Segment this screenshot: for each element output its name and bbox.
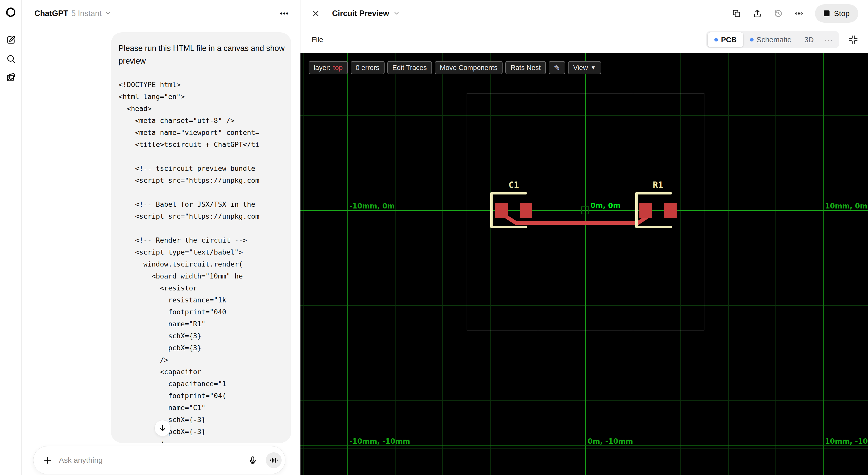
chat-panel: ChatGPT 5 Instant ••• Please run this HT… — [22, 0, 300, 475]
edit-traces-button[interactable]: Edit Traces — [388, 61, 432, 74]
app-window: ChatGPT 5 Instant ••• Please run this HT… — [0, 0, 868, 475]
pencil-tool-button[interactable]: ✎ — [549, 61, 565, 74]
r1-silkscreen-left — [635, 192, 638, 228]
grid-major-hline — [301, 445, 868, 446]
grid-label-bottom-right: 10mm, -10mm — [825, 437, 868, 445]
attach-plus-icon[interactable] — [43, 456, 52, 465]
library-icon[interactable] — [6, 72, 16, 83]
c1-pad-2[interactable] — [520, 203, 532, 218]
c1-pad-1[interactable] — [495, 203, 508, 218]
pcb-canvas[interactable]: C1 R1 0m, 0m -10mm, 0m 10mm, 0m -10mm, -… — [301, 53, 868, 475]
grid-label-left: -10mm, 0m — [349, 202, 395, 210]
grid-major-vline — [823, 53, 824, 475]
grid-label-origin: 0m, 0m — [590, 201, 621, 210]
c1-ref-label[interactable]: C1 — [503, 180, 524, 190]
left-rail — [0, 0, 22, 475]
r1-pad-2[interactable] — [664, 203, 677, 218]
file-menu[interactable]: File — [312, 36, 323, 44]
preview-header: Circuit Preview Stop — [301, 0, 868, 27]
user-message-code: <!DOCTYPE html> <html lang="en"> <head> … — [119, 79, 284, 443]
pencil-icon: ✎ — [554, 63, 560, 72]
r1-silkscreen-bottom — [635, 226, 672, 228]
r1-pad-1[interactable] — [640, 203, 652, 218]
stop-button[interactable]: Stop — [815, 4, 858, 23]
tab-3d-label: 3D — [804, 36, 814, 44]
chevron-down-icon[interactable] — [105, 10, 112, 17]
blue-dot-icon — [750, 38, 753, 41]
close-icon[interactable] — [312, 9, 320, 18]
rats-nest-button[interactable]: Rats Nest — [505, 61, 546, 74]
new-chat-icon[interactable] — [6, 35, 16, 45]
grid-label-bottom-center: 0m, -10mm — [588, 437, 633, 445]
voice-mode-button[interactable] — [266, 452, 282, 468]
tab-pcb-label: PCB — [721, 36, 737, 44]
view-label: View — [573, 64, 588, 72]
grid-label-right: 10mm, 0m — [825, 202, 867, 210]
c1-silkscreen-bottom — [490, 226, 527, 228]
composer[interactable] — [33, 446, 285, 474]
chat-title[interactable]: ChatGPT — [34, 9, 68, 18]
move-components-button[interactable]: Move Components — [435, 61, 503, 74]
tab-schematic[interactable]: Schematic — [743, 32, 798, 47]
share-icon[interactable] — [753, 9, 762, 18]
blue-dot-icon — [714, 38, 718, 41]
preview-subheader: File PCB Schematic 3D ··· — [301, 27, 868, 53]
circuit-preview-panel: Circuit Preview Stop — [300, 0, 868, 475]
search-icon[interactable] — [6, 54, 16, 64]
user-message-text: Please run this HTML file in a canvas an… — [119, 42, 285, 67]
view-tabs: PCB Schematic 3D ··· — [706, 31, 839, 48]
chevron-down-icon[interactable] — [393, 10, 400, 17]
history-icon[interactable] — [774, 9, 783, 18]
collapse-icon[interactable] — [848, 35, 858, 45]
tab-3d[interactable]: 3D — [798, 32, 820, 47]
view-dropdown-button[interactable]: View ▼ — [568, 61, 601, 74]
pcb-toolbar: layer: top 0 errors Edit Traces Move Com… — [309, 61, 601, 74]
errors-button[interactable]: 0 errors — [351, 61, 384, 74]
layer-value: top — [333, 64, 343, 72]
chat-input[interactable] — [59, 456, 248, 465]
chat-options-icon[interactable]: ••• — [280, 10, 289, 17]
chat-model-label[interactable]: 5 Instant — [71, 9, 102, 18]
chat-header: ChatGPT 5 Instant ••• — [22, 0, 300, 27]
layer-button[interactable]: layer: top — [309, 61, 348, 74]
grid-major-vline — [347, 53, 348, 475]
more-options-icon[interactable] — [795, 9, 803, 18]
user-message-bubble: Please run this HTML file in a canvas an… — [111, 32, 291, 443]
r1-ref-label[interactable]: R1 — [648, 180, 668, 190]
layer-label: layer: — [314, 64, 331, 72]
origin-marker — [581, 206, 589, 214]
tab-schematic-label: Schematic — [756, 36, 791, 44]
stop-label: Stop — [834, 9, 850, 18]
tab-pcb[interactable]: PCB — [708, 32, 743, 47]
preview-title[interactable]: Circuit Preview — [332, 9, 389, 18]
preview-actions: Stop — [732, 4, 858, 23]
c1-silkscreen-left — [490, 192, 493, 228]
stop-square-icon — [824, 10, 830, 16]
r1-silkscreen-top — [635, 192, 672, 195]
grid-label-bottom-left: -10mm, -10mm — [349, 437, 410, 445]
copy-icon[interactable] — [732, 9, 741, 18]
tabs-more-icon[interactable]: ··· — [820, 36, 837, 44]
chatgpt-logo-icon[interactable] — [5, 7, 16, 19]
scroll-to-bottom-button[interactable] — [154, 420, 171, 436]
caret-down-icon: ▼ — [590, 64, 596, 71]
microphone-icon[interactable] — [248, 456, 257, 465]
c1-silkscreen-top — [490, 192, 527, 195]
